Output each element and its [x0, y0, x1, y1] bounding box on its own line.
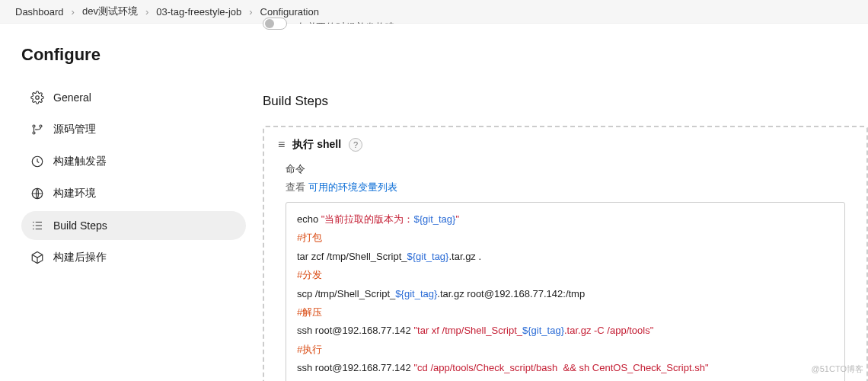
shell-command-label: 命令 — [286, 162, 845, 176]
main-content: 在必要的时候并发构建 Build Steps ≡ 执行 shell ? 命令 查… — [263, 24, 868, 381]
sidebar-item-post-build[interactable]: 构建后操作 — [21, 243, 246, 272]
sidebar-item-general[interactable]: General — [21, 83, 246, 112]
toggle-concurrent-build-label: 在必要的时候并发构建 — [296, 21, 448, 24]
svg-point-3 — [33, 132, 35, 134]
sidebar: Configure General 源码管理 构建触发器 — [0, 24, 263, 381]
help-icon[interactable]: ? — [349, 138, 362, 152]
sidebar-item-label: 构建环境 — [53, 187, 96, 200]
env-vars-hint-prefix: 查看 — [286, 181, 308, 193]
shell-command-field: 命令 查看 可用的环境变量列表 echo "当前拉取的版本为：${git_tag… — [264, 162, 866, 381]
build-step-title: 执行 shell — [292, 138, 341, 152]
shell-command-textarea[interactable]: echo "当前拉取的版本为：${git_tag}" #打包 tar zcf /… — [286, 202, 845, 381]
sidebar-item-label: General — [53, 91, 91, 104]
watermark: @51CTO博客 — [812, 363, 863, 375]
sidebar-item-label: Build Steps — [53, 219, 107, 232]
sidebar-item-build-env[interactable]: 构建环境 — [21, 179, 246, 208]
breadcrumb-item-job[interactable]: 03-tag-freestyle-job — [156, 6, 241, 18]
sidebar-item-source-code[interactable]: 源码管理 — [21, 115, 246, 144]
build-step-header: ≡ 执行 shell ? — [264, 127, 866, 162]
list-icon — [30, 219, 44, 232]
globe-icon — [30, 187, 44, 200]
breadcrumb-item-dashboard[interactable]: Dashboard — [15, 6, 64, 18]
drag-handle-icon[interactable]: ≡ — [278, 138, 285, 152]
sidebar-item-build-steps[interactable]: Build Steps — [21, 211, 246, 240]
svg-point-2 — [40, 125, 42, 127]
branch-icon — [30, 123, 44, 136]
chevron-right-icon: › — [145, 6, 148, 18]
chevron-right-icon: › — [72, 6, 75, 18]
concurrent-build-row: 在必要的时候并发构建 — [263, 18, 448, 30]
svg-point-1 — [33, 125, 35, 127]
env-vars-hint: 查看 可用的环境变量列表 — [286, 181, 845, 194]
env-vars-link[interactable]: 可用的环境变量列表 — [308, 181, 397, 193]
cube-icon — [30, 251, 44, 264]
gear-icon — [30, 91, 44, 104]
sidebar-item-label: 源码管理 — [53, 123, 96, 136]
sidebar-nav: General 源码管理 构建触发器 构建环境 — [21, 83, 246, 272]
toggle-concurrent-build[interactable] — [263, 18, 287, 30]
chevron-right-icon: › — [249, 6, 252, 18]
section-title-build-steps: Build Steps — [263, 94, 868, 109]
breadcrumb-item-config[interactable]: Configuration — [260, 6, 319, 18]
breadcrumb-item-env[interactable]: dev测试环境 — [82, 5, 138, 18]
clock-icon — [30, 155, 44, 168]
svg-point-0 — [36, 96, 40, 100]
page-title: Configure — [21, 45, 246, 65]
sidebar-item-label: 构建触发器 — [53, 155, 107, 168]
sidebar-item-build-triggers[interactable]: 构建触发器 — [21, 147, 246, 176]
sidebar-item-label: 构建后操作 — [53, 251, 107, 264]
build-step-block: ≡ 执行 shell ? 命令 查看 可用的环境变量列表 echo "当前拉取的… — [263, 126, 868, 381]
